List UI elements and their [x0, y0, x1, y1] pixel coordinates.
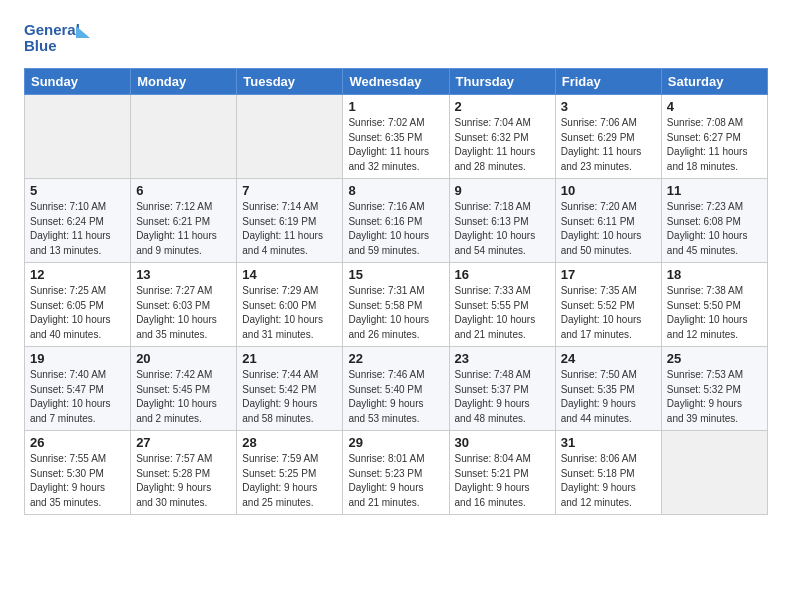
- day-info: Sunrise: 7:06 AMSunset: 6:29 PMDaylight:…: [561, 116, 656, 174]
- day-number: 31: [561, 435, 656, 450]
- day-number: 7: [242, 183, 337, 198]
- day-info: Sunrise: 7:16 AMSunset: 6:16 PMDaylight:…: [348, 200, 443, 258]
- calendar-cell: 7Sunrise: 7:14 AMSunset: 6:19 PMDaylight…: [237, 179, 343, 263]
- calendar-cell: 21Sunrise: 7:44 AMSunset: 5:42 PMDayligh…: [237, 347, 343, 431]
- calendar-cell: 2Sunrise: 7:04 AMSunset: 6:32 PMDaylight…: [449, 95, 555, 179]
- svg-marker-2: [76, 26, 90, 38]
- calendar-cell: 16Sunrise: 7:33 AMSunset: 5:55 PMDayligh…: [449, 263, 555, 347]
- day-info: Sunrise: 7:38 AMSunset: 5:50 PMDaylight:…: [667, 284, 762, 342]
- day-number: 27: [136, 435, 231, 450]
- calendar-cell: 30Sunrise: 8:04 AMSunset: 5:21 PMDayligh…: [449, 431, 555, 515]
- day-number: 16: [455, 267, 550, 282]
- day-number: 17: [561, 267, 656, 282]
- day-info: Sunrise: 7:35 AMSunset: 5:52 PMDaylight:…: [561, 284, 656, 342]
- day-info: Sunrise: 7:25 AMSunset: 6:05 PMDaylight:…: [30, 284, 125, 342]
- day-info: Sunrise: 7:08 AMSunset: 6:27 PMDaylight:…: [667, 116, 762, 174]
- day-number: 15: [348, 267, 443, 282]
- calendar-cell: 12Sunrise: 7:25 AMSunset: 6:05 PMDayligh…: [25, 263, 131, 347]
- day-number: 1: [348, 99, 443, 114]
- day-number: 22: [348, 351, 443, 366]
- logo: GeneralBlue: [24, 18, 94, 58]
- day-info: Sunrise: 7:50 AMSunset: 5:35 PMDaylight:…: [561, 368, 656, 426]
- week-row-2: 5Sunrise: 7:10 AMSunset: 6:24 PMDaylight…: [25, 179, 768, 263]
- day-number: 10: [561, 183, 656, 198]
- calendar-cell: [131, 95, 237, 179]
- svg-text:General: General: [24, 21, 80, 38]
- day-info: Sunrise: 7:20 AMSunset: 6:11 PMDaylight:…: [561, 200, 656, 258]
- calendar-cell: 24Sunrise: 7:50 AMSunset: 5:35 PMDayligh…: [555, 347, 661, 431]
- day-info: Sunrise: 7:40 AMSunset: 5:47 PMDaylight:…: [30, 368, 125, 426]
- day-number: 20: [136, 351, 231, 366]
- calendar-cell: 22Sunrise: 7:46 AMSunset: 5:40 PMDayligh…: [343, 347, 449, 431]
- day-info: Sunrise: 8:01 AMSunset: 5:23 PMDaylight:…: [348, 452, 443, 510]
- calendar-cell: 19Sunrise: 7:40 AMSunset: 5:47 PMDayligh…: [25, 347, 131, 431]
- week-row-1: 1Sunrise: 7:02 AMSunset: 6:35 PMDaylight…: [25, 95, 768, 179]
- day-number: 12: [30, 267, 125, 282]
- weekday-header-sunday: Sunday: [25, 69, 131, 95]
- calendar-cell: 17Sunrise: 7:35 AMSunset: 5:52 PMDayligh…: [555, 263, 661, 347]
- day-number: 13: [136, 267, 231, 282]
- calendar-cell: 9Sunrise: 7:18 AMSunset: 6:13 PMDaylight…: [449, 179, 555, 263]
- calendar-cell: 4Sunrise: 7:08 AMSunset: 6:27 PMDaylight…: [661, 95, 767, 179]
- calendar-cell: 29Sunrise: 8:01 AMSunset: 5:23 PMDayligh…: [343, 431, 449, 515]
- day-info: Sunrise: 7:12 AMSunset: 6:21 PMDaylight:…: [136, 200, 231, 258]
- day-info: Sunrise: 7:59 AMSunset: 5:25 PMDaylight:…: [242, 452, 337, 510]
- calendar-cell: [661, 431, 767, 515]
- day-info: Sunrise: 8:04 AMSunset: 5:21 PMDaylight:…: [455, 452, 550, 510]
- weekday-header-wednesday: Wednesday: [343, 69, 449, 95]
- day-number: 21: [242, 351, 337, 366]
- day-info: Sunrise: 7:18 AMSunset: 6:13 PMDaylight:…: [455, 200, 550, 258]
- day-number: 28: [242, 435, 337, 450]
- weekday-header-friday: Friday: [555, 69, 661, 95]
- header: GeneralBlue: [24, 18, 768, 58]
- day-number: 4: [667, 99, 762, 114]
- day-info: Sunrise: 7:46 AMSunset: 5:40 PMDaylight:…: [348, 368, 443, 426]
- day-number: 30: [455, 435, 550, 450]
- weekday-header-saturday: Saturday: [661, 69, 767, 95]
- calendar-cell: [237, 95, 343, 179]
- day-number: 8: [348, 183, 443, 198]
- calendar-cell: 11Sunrise: 7:23 AMSunset: 6:08 PMDayligh…: [661, 179, 767, 263]
- weekday-header-row: SundayMondayTuesdayWednesdayThursdayFrid…: [25, 69, 768, 95]
- day-number: 19: [30, 351, 125, 366]
- day-info: Sunrise: 8:06 AMSunset: 5:18 PMDaylight:…: [561, 452, 656, 510]
- day-info: Sunrise: 7:48 AMSunset: 5:37 PMDaylight:…: [455, 368, 550, 426]
- day-info: Sunrise: 7:04 AMSunset: 6:32 PMDaylight:…: [455, 116, 550, 174]
- calendar-cell: 26Sunrise: 7:55 AMSunset: 5:30 PMDayligh…: [25, 431, 131, 515]
- day-number: 11: [667, 183, 762, 198]
- day-number: 3: [561, 99, 656, 114]
- day-number: 2: [455, 99, 550, 114]
- calendar-cell: 28Sunrise: 7:59 AMSunset: 5:25 PMDayligh…: [237, 431, 343, 515]
- day-number: 29: [348, 435, 443, 450]
- day-number: 23: [455, 351, 550, 366]
- calendar-cell: 31Sunrise: 8:06 AMSunset: 5:18 PMDayligh…: [555, 431, 661, 515]
- day-info: Sunrise: 7:31 AMSunset: 5:58 PMDaylight:…: [348, 284, 443, 342]
- day-info: Sunrise: 7:33 AMSunset: 5:55 PMDaylight:…: [455, 284, 550, 342]
- day-info: Sunrise: 7:10 AMSunset: 6:24 PMDaylight:…: [30, 200, 125, 258]
- day-info: Sunrise: 7:55 AMSunset: 5:30 PMDaylight:…: [30, 452, 125, 510]
- week-row-4: 19Sunrise: 7:40 AMSunset: 5:47 PMDayligh…: [25, 347, 768, 431]
- day-info: Sunrise: 7:53 AMSunset: 5:32 PMDaylight:…: [667, 368, 762, 426]
- logo-svg: GeneralBlue: [24, 18, 94, 58]
- calendar-cell: 15Sunrise: 7:31 AMSunset: 5:58 PMDayligh…: [343, 263, 449, 347]
- calendar-cell: 3Sunrise: 7:06 AMSunset: 6:29 PMDaylight…: [555, 95, 661, 179]
- day-number: 5: [30, 183, 125, 198]
- calendar-cell: 27Sunrise: 7:57 AMSunset: 5:28 PMDayligh…: [131, 431, 237, 515]
- weekday-header-thursday: Thursday: [449, 69, 555, 95]
- week-row-3: 12Sunrise: 7:25 AMSunset: 6:05 PMDayligh…: [25, 263, 768, 347]
- page: GeneralBlue SundayMondayTuesdayWednesday…: [0, 0, 792, 533]
- day-info: Sunrise: 7:14 AMSunset: 6:19 PMDaylight:…: [242, 200, 337, 258]
- day-info: Sunrise: 7:27 AMSunset: 6:03 PMDaylight:…: [136, 284, 231, 342]
- calendar-cell: 23Sunrise: 7:48 AMSunset: 5:37 PMDayligh…: [449, 347, 555, 431]
- day-number: 26: [30, 435, 125, 450]
- calendar-cell: [25, 95, 131, 179]
- calendar-cell: 13Sunrise: 7:27 AMSunset: 6:03 PMDayligh…: [131, 263, 237, 347]
- calendar-cell: 1Sunrise: 7:02 AMSunset: 6:35 PMDaylight…: [343, 95, 449, 179]
- day-info: Sunrise: 7:42 AMSunset: 5:45 PMDaylight:…: [136, 368, 231, 426]
- weekday-header-tuesday: Tuesday: [237, 69, 343, 95]
- calendar-table: SundayMondayTuesdayWednesdayThursdayFrid…: [24, 68, 768, 515]
- day-number: 18: [667, 267, 762, 282]
- week-row-5: 26Sunrise: 7:55 AMSunset: 5:30 PMDayligh…: [25, 431, 768, 515]
- day-number: 9: [455, 183, 550, 198]
- calendar-cell: 18Sunrise: 7:38 AMSunset: 5:50 PMDayligh…: [661, 263, 767, 347]
